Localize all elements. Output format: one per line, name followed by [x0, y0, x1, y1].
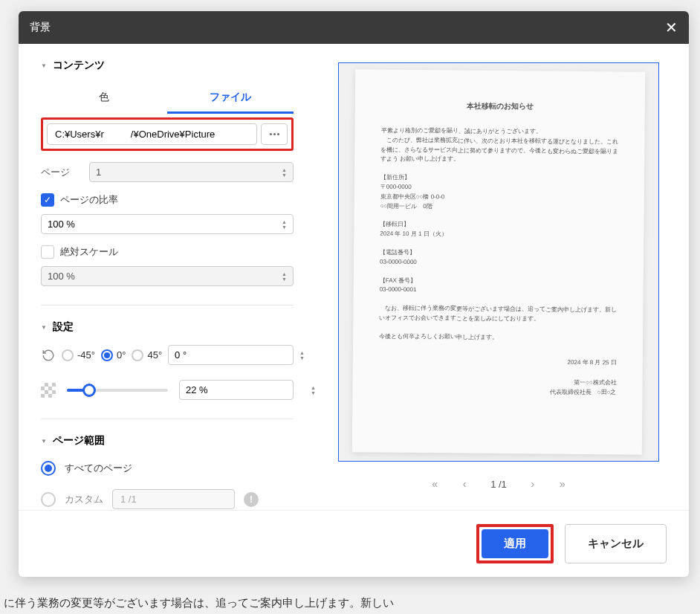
all-pages-radio[interactable] [41, 461, 56, 476]
opacity-icon [41, 383, 56, 398]
doc-date: 2024 年 8 月 25 日 [379, 356, 617, 368]
custom-page-input [112, 489, 235, 509]
prev-page-button[interactable]: ‹ [453, 473, 476, 495]
opacity-spinner[interactable]: ▲▼ [179, 380, 294, 400]
opacity-input[interactable] [186, 384, 311, 395]
doc-body3: 今後とも何卒よろしくお願い申し上げます。 [379, 332, 617, 343]
doc-body1: このたび、弊社は業務拡充に伴い、次のとおり本社を移転する運びとなりました。これを… [380, 135, 618, 166]
slider-thumb[interactable] [82, 384, 96, 397]
first-page-button[interactable]: « [424, 473, 446, 495]
file-path-input[interactable] [47, 123, 257, 145]
browse-button[interactable] [261, 123, 288, 145]
divider [41, 305, 294, 306]
rotation-neg45-label: -45° [77, 349, 95, 361]
doc-signature: 代表取締役社長 ○田○之 [378, 387, 616, 398]
current-page: 1 [490, 479, 496, 490]
rotation-pos45-label: 45° [147, 349, 162, 361]
rotation-zero-radio[interactable] [101, 349, 113, 361]
apply-button[interactable]: 適用 [482, 529, 548, 558]
preview-document: 本社移転のお知らせ 平素より格別のご愛顧を賜り、誠にありがとうございます。 この… [352, 69, 645, 454]
opacity-slider[interactable] [67, 383, 168, 398]
ratio-label: ページの比率 [60, 193, 118, 207]
rotation-spinner[interactable]: ▲▼ [168, 345, 294, 365]
rotation-neg45-radio[interactable] [62, 349, 74, 361]
cancel-button[interactable]: キャンセル [565, 524, 667, 563]
close-icon[interactable]: ✕ [665, 19, 678, 36]
doc-title: 本社移転のお知らせ [381, 100, 619, 114]
background-page-text: に伴う業務の変更等がございます場合は、追ってご案内申し上げます。新しい [4, 596, 394, 610]
dialog-title: 背景 [30, 21, 51, 34]
ratio-checkbox[interactable]: ✓ [41, 193, 54, 207]
rotation-input[interactable] [175, 349, 299, 361]
section-contents[interactable]: コンテンツ [41, 59, 294, 72]
custom-radio[interactable] [41, 492, 56, 507]
file-input-highlight [41, 117, 294, 151]
next-page-button[interactable]: › [522, 473, 544, 495]
doc-tel-val: 03-0000-0000 [380, 257, 618, 269]
rotation-zero-label: 0° [117, 349, 126, 361]
dialog-footer: 適用 キャンセル [19, 510, 689, 577]
apply-highlight: 適用 [476, 524, 554, 563]
tab-file[interactable]: ファイル [167, 83, 294, 114]
absolute-scale-input [48, 271, 282, 282]
preview-container: 本社移転のお知らせ 平素より格別のご愛顧を賜り、誠にありがとうございます。 この… [338, 62, 659, 462]
doc-move-date: 2024 年 10 月 1 日（火） [380, 230, 618, 242]
section-page-range[interactable]: ページ範囲 [41, 434, 294, 447]
page-spinner[interactable]: ▲▼ [89, 162, 294, 182]
last-page-button[interactable]: » [551, 473, 574, 495]
custom-label: カスタム [65, 493, 103, 506]
page-label: ページ [41, 166, 82, 179]
all-pages-label: すべてのページ [65, 462, 132, 475]
ratio-spinner[interactable]: ▲▼ [41, 214, 294, 234]
doc-addr-bldg: ○○間用一ビル 0階 [380, 201, 618, 213]
absolute-scale-label: 絶対スケール [60, 245, 118, 259]
tab-color[interactable]: 色 [41, 83, 167, 114]
ratio-input[interactable] [48, 219, 282, 230]
background-dialog: 背景 ✕ コンテンツ 色 ファイル ページ ▲▼ [19, 11, 689, 577]
info-icon[interactable]: ! [244, 492, 259, 507]
content-tabs: 色 ファイル [41, 83, 294, 114]
preview-panel: 本社移転のお知らせ 平素より格別のご愛顧を賜り、誠にありがとうございます。 この… [316, 44, 689, 510]
rotation-icon [41, 348, 56, 363]
page-spinner-input [96, 167, 282, 178]
settings-panel: コンテンツ 色 ファイル ページ ▲▼ ✓ ページの比率 [19, 44, 316, 510]
dialog-body: コンテンツ 色 ファイル ページ ▲▼ ✓ ページの比率 [19, 44, 689, 510]
total-pages: 1 [502, 479, 507, 490]
doc-body2: なお、移転に伴う業務の変更等がございます場合は、追ってご案内申し上げます。新しい… [379, 304, 617, 325]
page-indicator: 1 /1 [483, 479, 514, 490]
absolute-scale-checkbox[interactable] [41, 245, 54, 259]
dialog-header: 背景 ✕ [19, 11, 689, 44]
doc-fax-val: 03-0000-0001 [380, 285, 618, 297]
rotation-pos45-radio[interactable] [132, 349, 143, 361]
section-settings[interactable]: 設定 [41, 320, 294, 334]
divider-2 [41, 419, 294, 419]
absolute-scale-spinner: ▲▼ [41, 266, 294, 286]
pagination: « ‹ 1 /1 › » [338, 462, 659, 499]
